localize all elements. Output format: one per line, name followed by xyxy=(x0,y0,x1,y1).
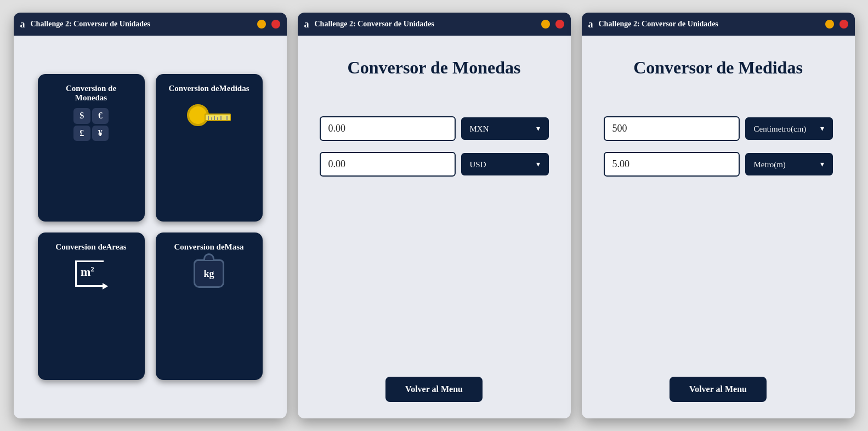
menu-grid: Conversion deMonedas $ € £ ¥ Conversion … xyxy=(27,52,274,402)
chevron-down-icon-3: ▾ xyxy=(820,124,824,133)
window-title-2: Challenge 2: Conversor de Unidades xyxy=(315,20,536,29)
kg-body: kg xyxy=(194,259,224,288)
card-medidas-title: Conversion deMedidas xyxy=(168,84,249,93)
card-areas[interactable]: Conversion deAreas m2 xyxy=(38,232,145,380)
monedas-select-2[interactable]: USD MXN EUR GBP xyxy=(470,160,532,169)
close-button[interactable] xyxy=(271,20,280,29)
close-button-2[interactable] xyxy=(555,20,564,29)
volver-button-medidas[interactable]: Volver al Menu xyxy=(670,377,767,402)
currency-pound: £ xyxy=(73,126,90,141)
medidas-select-2[interactable]: Metro(m) Centimetro(cm) Kilometro(km) Pu… xyxy=(754,160,816,169)
medidas-select-wrap-2[interactable]: Metro(m) Centimetro(cm) Kilometro(km) Pu… xyxy=(745,153,833,175)
chevron-down-icon-2: ▾ xyxy=(536,160,540,169)
window-title-3: Challenge 2: Conversor de Unidades xyxy=(599,20,820,29)
card-masa[interactable]: Conversion deMasa kg xyxy=(156,232,263,380)
kg-top xyxy=(203,253,214,260)
area-icon: m2 xyxy=(72,257,110,290)
titlebar-menu: a Challenge 2: Conversor de Unidades xyxy=(14,13,287,36)
titlebar-medidas: a Challenge 2: Conversor de Unidades xyxy=(582,13,855,36)
minimize-button-2[interactable] xyxy=(541,20,550,29)
medidas-select-wrap-1[interactable]: Centimetro(cm) Metro(m) Kilometro(km) Pu… xyxy=(745,117,833,140)
medidas-row-1: Centimetro(cm) Metro(m) Kilometro(km) Pu… xyxy=(604,116,833,141)
app-logo-2: a xyxy=(304,19,309,30)
medidas-input-wrap-2 xyxy=(604,152,740,177)
menu-content: Conversion deMonedas $ € £ ¥ Conversion … xyxy=(14,36,287,418)
kg-label: kg xyxy=(203,268,214,280)
window-medidas: a Challenge 2: Conversor de Unidades Con… xyxy=(582,13,855,418)
medidas-title: Conversor de Medidas xyxy=(633,58,803,78)
medidas-content: Conversor de Medidas Centimetro(cm) Metr… xyxy=(582,36,855,418)
monedas-input-1[interactable] xyxy=(328,123,447,134)
window-menu: a Challenge 2: Conversor de Unidades Con… xyxy=(14,13,287,418)
kg-icon: kg xyxy=(194,257,224,290)
app-logo-3: a xyxy=(588,19,593,30)
monedas-select-wrap-2[interactable]: USD MXN EUR GBP ▾ xyxy=(461,153,549,175)
currency-yen: ¥ xyxy=(92,126,109,141)
monedas-input-wrap-1 xyxy=(320,116,456,141)
card-areas-title: Conversion deAreas xyxy=(55,242,126,252)
card-monedas[interactable]: Conversion deMonedas $ € £ ¥ xyxy=(38,74,145,222)
currency-euro: € xyxy=(92,108,109,124)
monedas-select-1[interactable]: MXN USD EUR GBP xyxy=(470,124,532,133)
window-title: Challenge 2: Conversor de Unidades xyxy=(31,20,252,29)
monedas-row-2: USD MXN EUR GBP ▾ xyxy=(320,152,549,177)
card-masa-title: Conversion deMasa xyxy=(174,242,243,252)
close-button-3[interactable] xyxy=(839,20,848,29)
app-logo: a xyxy=(20,19,25,30)
monedas-row-1: MXN USD EUR GBP ▾ xyxy=(320,116,549,141)
tape-measure-icon xyxy=(187,99,231,132)
tape-strip xyxy=(205,114,231,121)
medidas-row-2: Metro(m) Centimetro(cm) Kilometro(km) Pu… xyxy=(604,152,833,177)
medidas-input-2[interactable] xyxy=(612,158,731,170)
chevron-down-icon-1: ▾ xyxy=(536,124,540,133)
monedas-content: Conversor de Monedas MXN USD EUR GBP ▾ xyxy=(298,36,571,418)
monedas-input-wrap-2 xyxy=(320,152,456,177)
minimize-button[interactable] xyxy=(257,20,266,29)
minimize-button-3[interactable] xyxy=(825,20,834,29)
volver-button-monedas[interactable]: Volver al Menu xyxy=(385,377,483,402)
card-medidas[interactable]: Conversion deMedidas xyxy=(156,74,263,222)
currency-icon: $ € £ ¥ xyxy=(73,108,109,141)
medidas-select-1[interactable]: Centimetro(cm) Metro(m) Kilometro(km) Pu… xyxy=(754,124,816,133)
medidas-input-wrap-1 xyxy=(604,116,740,141)
monedas-select-wrap-1[interactable]: MXN USD EUR GBP ▾ xyxy=(461,117,549,140)
titlebar-monedas: a Challenge 2: Conversor de Unidades xyxy=(298,13,571,36)
window-monedas: a Challenge 2: Conversor de Unidades Con… xyxy=(298,13,571,418)
currency-dollar: $ xyxy=(73,108,90,124)
chevron-down-icon-4: ▾ xyxy=(820,160,824,169)
monedas-title: Conversor de Monedas xyxy=(348,58,521,78)
medidas-input-1[interactable] xyxy=(612,123,731,134)
monedas-input-2[interactable] xyxy=(328,158,447,170)
card-monedas-title: Conversion deMonedas xyxy=(66,84,116,103)
